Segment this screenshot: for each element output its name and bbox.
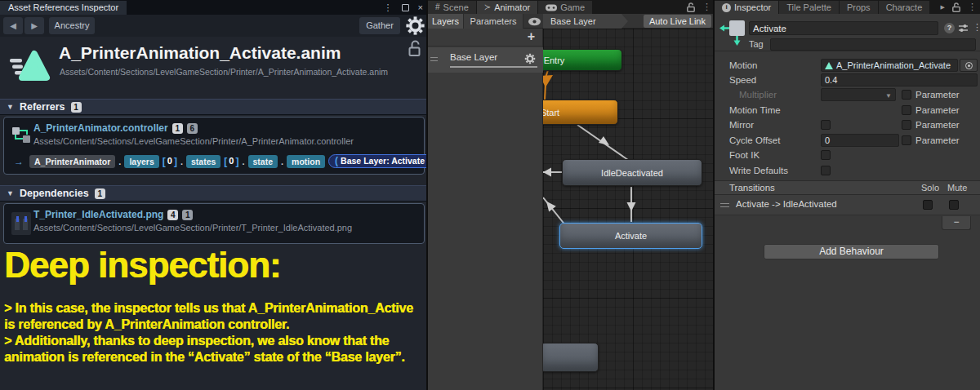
multiplier-label: Multiplier — [739, 90, 777, 100]
chain-context-pill[interactable]: (Base Layer: Activate) — [328, 154, 428, 168]
multiplier-parameter-label: Parameter — [915, 90, 960, 100]
tab-tile-palette[interactable]: Tile Palette — [779, 1, 839, 14]
window-close-icon[interactable]: × — [418, 0, 423, 15]
kebab-menu-icon[interactable]: ⋮ — [968, 2, 977, 12]
bracket-open: [ — [163, 156, 166, 167]
tag-field[interactable] — [770, 38, 976, 51]
back-button[interactable]: ◀ — [3, 17, 23, 34]
cycle-offset-value: 0 — [825, 135, 830, 146]
tab-character[interactable]: Characte — [879, 1, 930, 14]
tab-game[interactable]: Game — [538, 1, 592, 14]
tab-inspector[interactable]: i Inspector — [715, 1, 778, 14]
chevron-down-icon: ▼ — [885, 91, 892, 101]
tab-animator[interactable]: ≻ Animator — [477, 1, 537, 14]
lock-icon[interactable] — [952, 2, 960, 12]
object-picker-button[interactable] — [960, 59, 978, 72]
layers-add-row: + — [428, 29, 543, 47]
solo-checkbox[interactable] — [923, 200, 933, 210]
state-start[interactable]: Start — [543, 100, 618, 125]
window-menu-icon[interactable]: ⋮ — [384, 0, 393, 15]
referrer-item[interactable]: A_PrinterAnimator.controller 1 6 Assets/… — [3, 117, 425, 175]
animator-graph[interactable]: Entry Start IdleDeactivated Activate — [543, 29, 715, 390]
layer-gear-icon[interactable] — [524, 53, 536, 64]
forward-button[interactable]: ▶ — [24, 17, 44, 34]
unlock-icon[interactable] — [408, 40, 421, 57]
multiplier-dropdown[interactable]: ▼ — [821, 88, 896, 101]
speed-field[interactable]: 0.4 — [821, 73, 978, 86]
auto-live-link-button[interactable]: Auto Live Link — [644, 15, 711, 28]
chain-layers-chip[interactable]: layers — [124, 155, 158, 168]
drag-handle-icon[interactable] — [720, 203, 729, 204]
mirror-row: Mirror Parameter — [715, 118, 980, 132]
layers-tab-button[interactable]: Layers — [428, 14, 464, 29]
gather-button[interactable]: Gather — [359, 17, 400, 34]
chain-motion-chip[interactable]: motion — [287, 155, 325, 168]
eye-icon[interactable] — [528, 17, 541, 26]
transition-label: Activate -> IdleActivated — [736, 199, 837, 209]
window-maximize-icon[interactable] — [402, 4, 409, 11]
referrer-link[interactable]: A_PrinterAnimator.controller — [33, 122, 168, 134]
foldout-icon[interactable]: ▼ — [7, 103, 14, 111]
annotation-block: Deep inspection: > In this case, the ins… — [4, 243, 425, 366]
asset-references-inspector-panel: Asset References Inspector ⋮ × ◀ ▶ Ances… — [0, 0, 428, 390]
ancestry-button[interactable]: Ancestry — [49, 17, 95, 34]
chain-root-chip[interactable]: A_PrinterAnimator — [29, 155, 115, 168]
settings-gear-icon[interactable] — [405, 16, 425, 36]
multiplier-parameter-checkbox[interactable] — [902, 90, 911, 100]
state-name-value: Activate — [753, 23, 786, 34]
chain-arrow-icon: → — [14, 156, 24, 167]
layer-weight-slider[interactable] — [450, 66, 537, 68]
transition-row[interactable]: Activate -> IdleActivated — [715, 195, 980, 215]
bracket-close: ] — [235, 156, 238, 167]
add-behaviour-button[interactable]: Add Behaviour — [764, 244, 939, 259]
motion-object-field[interactable]: A_PrinterAnimation_Activate — [821, 59, 958, 72]
mute-checkbox[interactable] — [949, 200, 959, 210]
chain-states-chip[interactable]: states — [186, 155, 220, 168]
panel-divider[interactable] — [713, 0, 715, 390]
foot-ik-checkbox[interactable] — [821, 150, 831, 160]
cycle-offset-field[interactable]: 0 — [821, 134, 899, 147]
forward-icon: ▶ — [31, 21, 38, 30]
state-name-field[interactable]: Activate — [749, 21, 938, 35]
gamepad-icon — [546, 4, 557, 11]
tab-tile-palette-label: Tile Palette — [786, 1, 831, 14]
kebab-menu-icon[interactable]: ⋮ — [973, 22, 980, 33]
state-entry[interactable]: Entry — [543, 49, 622, 71]
layer-item-base-layer[interactable]: Base Layer — [428, 47, 543, 73]
picker-target-icon — [965, 62, 973, 69]
tab-scene[interactable]: # Scene — [428, 1, 476, 14]
presets-icon[interactable] — [958, 23, 969, 33]
add-layer-button[interactable]: + — [528, 29, 535, 44]
dependency-link[interactable]: T_Printer_IdleActivated.png — [33, 209, 163, 220]
tab-asset-references-inspector[interactable]: Asset References Inspector — [0, 1, 127, 15]
motion-time-parameter-label: Parameter — [915, 105, 960, 115]
parameters-tab-button[interactable]: Parameters — [464, 14, 523, 29]
chain-state-chip[interactable]: state — [248, 155, 278, 168]
lock-icon[interactable] — [687, 2, 695, 12]
mirror-checkbox[interactable] — [821, 120, 831, 130]
write-defaults-checkbox[interactable] — [821, 166, 831, 175]
dependency-item[interactable]: T_Printer_IdleActivated.png 4 1 Assets/C… — [3, 203, 425, 244]
breadcrumb-base-layer[interactable]: Base Layer — [543, 14, 621, 29]
state-partial[interactable] — [543, 343, 599, 372]
foldout-icon[interactable]: ▼ — [7, 189, 14, 197]
dependencies-section-header[interactable]: ▼ Dependencies 1 — [0, 185, 428, 202]
remove-transition-button[interactable]: − — [942, 216, 971, 230]
more-tabs-icon[interactable]: ▶ — [941, 4, 945, 11]
state-idledeactivated[interactable]: IdleDeactivated — [562, 159, 702, 186]
tab-scene-label: Scene — [443, 1, 469, 14]
dependencies-count-badge: 1 — [95, 188, 105, 199]
motion-time-parameter-checkbox[interactable] — [902, 105, 911, 115]
kebab-menu-icon[interactable]: ⋮ — [702, 2, 711, 12]
cycle-offset-parameter-checkbox[interactable] — [902, 135, 911, 145]
panel-divider[interactable] — [426, 0, 428, 390]
state-activate[interactable]: Activate — [559, 223, 702, 249]
mirror-parameter-checkbox[interactable] — [902, 120, 911, 130]
drag-handle-icon[interactable] — [430, 57, 438, 58]
help-icon[interactable]: ? — [944, 23, 955, 33]
chain-separator: . — [180, 157, 183, 166]
context-value: Base Layer: Activate — [341, 155, 425, 167]
tab-props[interactable]: Props — [840, 1, 878, 14]
bracket-close: ] — [174, 156, 177, 167]
referrers-section-header[interactable]: ▼ Referrers 1 — [0, 99, 428, 115]
